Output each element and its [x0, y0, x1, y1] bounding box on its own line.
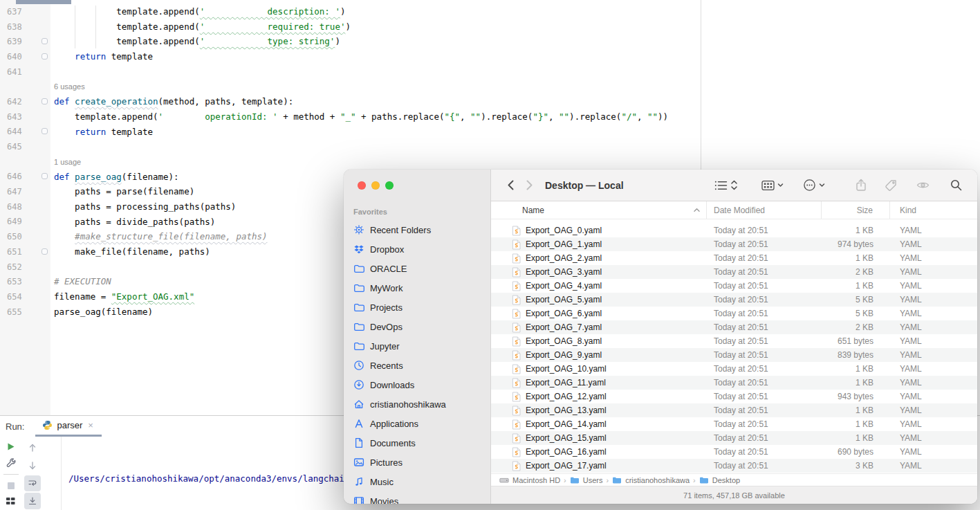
code-line[interactable]: 645 — [0, 139, 701, 154]
prev-occurrence-button[interactable] — [24, 439, 41, 456]
forward-button[interactable] — [525, 179, 534, 191]
folder-icon — [353, 321, 365, 332]
group-by-button[interactable] — [761, 180, 784, 191]
play-button[interactable] — [3, 439, 19, 454]
file-row[interactable]: Export_OAG_2.yamlToday at 20:511 KBYAML — [491, 251, 977, 265]
movies-icon — [353, 495, 365, 504]
close-tab-icon[interactable]: × — [88, 420, 93, 430]
zoom-window-button[interactable] — [385, 181, 394, 190]
file-row[interactable]: Export_OAG_15.yamlToday at 20:511 KBYAML — [491, 431, 977, 445]
sidebar-item-movies[interactable]: Movies — [344, 491, 490, 504]
fold-marker-icon[interactable] — [41, 248, 48, 255]
soft-wrap-button[interactable] — [24, 475, 41, 492]
code-text: #make_structure_file(filename, paths) — [50, 229, 268, 244]
minimize-window-button[interactable] — [371, 181, 380, 190]
file-row[interactable]: Export_OAG_3.yamlToday at 20:512 KBYAML — [491, 265, 977, 279]
fold-marker-icon[interactable] — [41, 128, 48, 134]
sidebar-item-downloads[interactable]: Downloads — [344, 375, 490, 394]
file-row[interactable]: Export_OAG_5.yamlToday at 20:515 KBYAML — [491, 293, 977, 307]
code-line[interactable]: 644 return template — [0, 125, 701, 140]
column-header-kind[interactable]: Kind — [890, 206, 977, 215]
python-icon — [42, 420, 53, 430]
quick-look-button[interactable] — [916, 181, 930, 190]
sidebar-item-dropbox[interactable]: Dropbox — [344, 239, 490, 259]
download-icon — [353, 379, 365, 390]
run-tab-parser[interactable]: parser × — [35, 416, 101, 437]
file-row[interactable]: Export_OAG_7.yamlToday at 20:512 KBYAML — [491, 320, 977, 334]
code-text: def parse_oag(filename): — [50, 170, 179, 185]
file-row[interactable]: Export_OAG_9.yamlToday at 20:51839 bytes… — [491, 348, 977, 362]
file-size: 1 KB — [822, 364, 890, 374]
breadcrumb-cristianohoshikawa[interactable]: cristianohoshikawa — [612, 476, 690, 484]
line-number: 653 — [0, 277, 50, 286]
file-row[interactable]: Export_OAG_16.yamlToday at 20:51690 byte… — [491, 445, 977, 459]
file-row[interactable]: Export_OAG_8.yamlToday at 20:51651 bytes… — [491, 334, 977, 348]
tags-button[interactable] — [885, 179, 897, 192]
file-row[interactable]: Export_OAG_6.yamlToday at 20:515 KBYAML — [491, 307, 977, 320]
sidebar-item-music[interactable]: Music — [344, 472, 490, 491]
sidebar-item-recent-folders[interactable]: Recent Folders — [344, 220, 490, 239]
file-row[interactable]: Export_OAG_0.yamlToday at 20:511 KBYAML — [491, 224, 977, 237]
sidebar-item-devops[interactable]: DevOps — [344, 317, 490, 336]
code-line[interactable]: 637 template.append(' description: ') — [0, 4, 701, 19]
file-row[interactable]: Export_OAG_11.yamlToday at 20:511 KBYAML — [491, 376, 977, 390]
fold-marker-icon[interactable] — [41, 173, 48, 179]
sidebar-item-mywork[interactable]: MyWork — [344, 278, 490, 298]
scroll-to-end-button[interactable] — [24, 493, 41, 509]
file-name: Export_OAG_8.yaml — [526, 336, 602, 346]
yaml-file-icon — [512, 336, 521, 347]
sidebar-item-recents[interactable]: Recents — [344, 356, 490, 375]
next-occurrence-button[interactable] — [24, 457, 41, 474]
folder-icon — [353, 340, 365, 352]
file-size: 839 bytes — [822, 350, 890, 360]
sidebar-item-projects[interactable]: Projects — [344, 298, 490, 317]
file-name: Export_OAG_7.yaml — [526, 322, 602, 332]
breadcrumb-users[interactable]: Users — [570, 476, 603, 484]
column-header-name[interactable]: Name — [491, 201, 707, 219]
list-header: Name Date Modified Size Kind — [491, 201, 977, 219]
sidebar-item-oracle[interactable]: ORACLE — [344, 259, 490, 278]
search-button[interactable] — [950, 179, 962, 191]
column-header-size[interactable]: Size — [822, 201, 890, 219]
code-line[interactable]: 639 template.append(' type: string') — [0, 34, 701, 49]
file-kind: YAML — [890, 253, 977, 263]
sidebar-item-pictures[interactable]: Pictures — [344, 453, 490, 472]
code-line[interactable]: 638 template.append(' required: true') — [0, 19, 701, 35]
file-size: 651 bytes — [822, 336, 890, 346]
breadcrumb-desktop[interactable]: Desktop — [699, 476, 740, 484]
breadcrumb-macintosh-hd[interactable]: Macintosh HD — [499, 476, 560, 484]
share-button[interactable] — [856, 179, 867, 192]
code-line[interactable]: 642def create_operation(method, paths, t… — [0, 94, 701, 109]
file-row[interactable]: Export_OAG_17.yamlToday at 20:513 KBYAML — [491, 459, 977, 473]
file-row[interactable]: Export_OAG_10.yamlToday at 20:511 KBYAML — [491, 362, 977, 376]
view-as-list-button[interactable] — [714, 179, 738, 191]
back-button[interactable] — [506, 179, 515, 191]
code-line[interactable]: 643 template.append(' operationId: ' + m… — [0, 109, 701, 125]
file-size: 1 KB — [822, 226, 890, 235]
code-line[interactable]: 640 return template — [0, 49, 701, 64]
wrench-button[interactable] — [3, 455, 19, 470]
close-window-button[interactable] — [358, 181, 366, 190]
sidebar-item-jupyter[interactable]: Jupyter — [344, 336, 490, 356]
usages-hint[interactable]: 1 usage — [0, 154, 701, 170]
file-row[interactable]: Export_OAG_12.yamlToday at 20:51943 byte… — [491, 390, 977, 403]
yaml-file-icon — [512, 239, 521, 250]
column-header-date-modified[interactable]: Date Modified — [707, 201, 822, 219]
music-icon — [353, 476, 365, 487]
file-name: Export_OAG_12.yaml — [526, 392, 607, 401]
file-row[interactable]: Export_OAG_1.yamlToday at 20:51974 bytes… — [491, 237, 977, 251]
sidebar-item-documents[interactable]: Documents — [344, 433, 490, 453]
stop-button[interactable] — [3, 479, 19, 493]
file-row[interactable]: Export_OAG_4.yamlToday at 20:511 KBYAML — [491, 279, 977, 293]
fold-marker-icon[interactable] — [41, 38, 48, 44]
file-row[interactable]: Export_OAG_13.yamlToday at 20:511 KBYAML — [491, 403, 977, 417]
code-line[interactable]: 641 — [0, 64, 701, 80]
more-options-button[interactable] — [803, 179, 825, 192]
gridpartial-button[interactable] — [3, 495, 19, 509]
fold-marker-icon[interactable] — [41, 98, 48, 104]
sidebar-item-cristianohoshikawa[interactable]: cristianohoshikawa — [344, 394, 490, 414]
file-row[interactable]: Export_OAG_14.yamlToday at 20:511 KBYAML — [491, 417, 977, 431]
usages-hint[interactable]: 6 usages — [0, 79, 701, 94]
sidebar-item-applications[interactable]: Applications — [344, 414, 490, 433]
fold-marker-icon[interactable] — [41, 53, 48, 60]
